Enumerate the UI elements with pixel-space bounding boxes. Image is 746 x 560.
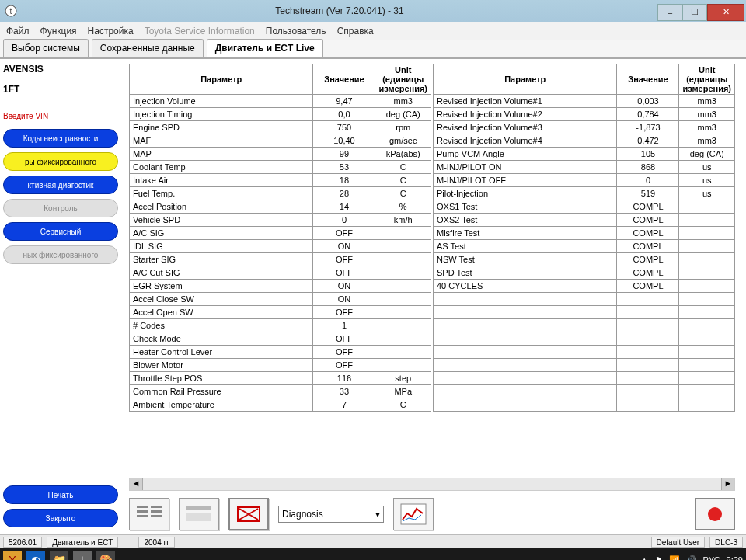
table-row[interactable]: Accel Position14% (130, 200, 431, 214)
table-row[interactable]: Starter SIGOFF (130, 253, 431, 266)
scroll-left-icon[interactable]: ◄ (130, 478, 143, 490)
menu-file[interactable]: Файл (6, 26, 30, 37)
table-row[interactable]: Revised Injection Volume#10,003mm3 (434, 95, 735, 108)
table-row[interactable]: MAP99kPa(abs) (130, 148, 431, 161)
scroll-right-icon[interactable]: ► (721, 478, 734, 490)
tab-engine-ect-live[interactable]: Двигатель и ECT Live (207, 39, 323, 57)
table-row[interactable]: Misfire TestCOMPL (434, 227, 735, 240)
col-unit[interactable]: Unit (единицы измерения) (375, 64, 431, 95)
tray-time[interactable]: 9:29 (727, 555, 743, 560)
tray-lang[interactable]: РУС (703, 555, 720, 560)
tray-up-icon[interactable]: ▲ (640, 555, 649, 560)
taskbar-app-2[interactable]: ◐ (26, 551, 45, 560)
table-row[interactable]: Ambient Temperature7C (130, 398, 431, 412)
cell-param: Misfire Test (434, 227, 617, 240)
table-row[interactable] (434, 293, 735, 306)
table-row[interactable]: A/C SIGOFF (130, 227, 431, 240)
tray-flag-icon[interactable]: ⚑ (655, 555, 663, 561)
table-row[interactable]: Pump VCM Angle105deg (CA) (434, 148, 735, 161)
table-row[interactable]: 40 CYCLESCOMPL (434, 280, 735, 293)
table-row[interactable]: MAF10,40gm/sec (130, 134, 431, 148)
cell-unit: MPa (375, 385, 431, 398)
table-row[interactable]: Injection Volume9,47mm3 (130, 95, 431, 108)
menu-tsi[interactable]: Toyota Service Information (145, 26, 255, 37)
mode-dropdown[interactable]: Diagnosis ▾ (278, 506, 384, 523)
col-param[interactable]: Параметр (434, 64, 617, 95)
tray-network-icon[interactable]: 📶 (669, 555, 680, 561)
table-row[interactable]: Coolant Temp53C (130, 161, 431, 174)
table-row[interactable] (434, 346, 735, 359)
service-button[interactable]: Сервисный (3, 222, 118, 241)
menu-settings[interactable]: Настройка (88, 26, 134, 37)
cell-param (434, 372, 617, 385)
table-row[interactable]: IDL SIGON (130, 240, 431, 253)
table-row[interactable] (434, 385, 735, 398)
view-graph-button[interactable] (393, 498, 434, 530)
table-row[interactable]: Throttle Step POS116step (130, 372, 431, 385)
taskbar-app-5[interactable]: 🎨 (96, 551, 115, 560)
table-row[interactable] (434, 359, 735, 372)
table-row[interactable]: Engine SPD750rpm (130, 121, 431, 134)
table-row[interactable]: Revised Injection Volume#3-1,873mm3 (434, 121, 735, 134)
menu-help[interactable]: Справка (337, 26, 374, 37)
maximize-button[interactable]: ☐ (682, 4, 707, 21)
table-row[interactable]: M-INJ/PILOT ON868us (434, 161, 735, 174)
table-row[interactable]: # Codes1 (130, 319, 431, 332)
table-row[interactable]: A/C Cut SIGOFF (130, 266, 431, 280)
minimize-button[interactable]: – (657, 4, 682, 21)
tab-system-select[interactable]: Выбор системы (3, 39, 89, 57)
table-row[interactable]: Pilot-Injection519us (434, 187, 735, 200)
view-gauge-button[interactable] (228, 498, 269, 530)
table-row[interactable]: Injection Timing0,0deg (CA) (130, 108, 431, 121)
menu-function[interactable]: Функция (40, 26, 77, 37)
table-row[interactable]: EGR SystemON (130, 280, 431, 293)
horizontal-scrollbar[interactable]: ◄ ► (129, 478, 735, 491)
table-row[interactable] (434, 332, 735, 346)
table-row[interactable]: OXS2 TestCOMPL (434, 214, 735, 227)
table-row[interactable] (434, 398, 735, 412)
cell-unit (375, 293, 431, 306)
table-row[interactable] (434, 372, 735, 385)
close-panel-button[interactable]: Закрыто (3, 509, 118, 527)
table-row[interactable]: SPD TestCOMPL (434, 266, 735, 280)
col-param[interactable]: Параметр (130, 64, 313, 95)
record-button[interactable] (695, 498, 735, 530)
table-row[interactable]: AS TestCOMPL (434, 240, 735, 253)
col-value[interactable]: Значение (617, 64, 679, 95)
cell-value: 0,003 (617, 95, 679, 108)
freeze-frame-button[interactable]: ры фиксированного (3, 152, 118, 171)
menu-user[interactable]: Пользователь (266, 26, 326, 37)
table-row[interactable]: Common Rail Pressure33MPa (130, 385, 431, 398)
print-button[interactable]: Печать (3, 485, 118, 504)
table-row[interactable] (434, 319, 735, 332)
table-row[interactable]: NSW TestCOMPL (434, 253, 735, 266)
vin-entry-link[interactable]: Введите VIN (3, 112, 120, 120)
active-diagnostic-button[interactable]: ктивная диагостик (3, 176, 118, 194)
taskbar-app-1[interactable]: Y (3, 551, 22, 560)
table-row[interactable]: Accel Open SWOFF (130, 306, 431, 319)
table-row[interactable]: Check ModeOFF (130, 332, 431, 346)
tray-volume-icon[interactable]: 🔊 (686, 555, 697, 561)
table-row[interactable]: Fuel Temp.28C (130, 187, 431, 200)
tab-saved-data[interactable]: Сохраненные данные (92, 39, 204, 57)
table-row[interactable] (434, 306, 735, 319)
cell-value: 18 (313, 174, 375, 187)
table-row[interactable]: OXS1 TestCOMPL (434, 200, 735, 214)
dtc-codes-button[interactable]: Коды неисправности (3, 129, 118, 148)
cell-value: 28 (313, 187, 375, 200)
table-row[interactable]: Revised Injection Volume#40,472mm3 (434, 134, 735, 148)
close-button[interactable]: ✕ (707, 4, 744, 21)
table-row[interactable]: Heater Control LeverOFF (130, 346, 431, 359)
view-list-button[interactable] (129, 498, 169, 530)
view-detail-button[interactable] (179, 498, 219, 530)
table-row[interactable]: M-INJ/PILOT OFF0us (434, 174, 735, 187)
col-unit[interactable]: Unit (единицы измерения) (679, 64, 735, 95)
table-row[interactable]: Intake Air18C (130, 174, 431, 187)
col-value[interactable]: Значение (313, 64, 375, 95)
table-row[interactable]: Revised Injection Volume#20,784mm3 (434, 108, 735, 121)
taskbar-app-3[interactable]: 📁 (50, 551, 68, 560)
table-row[interactable]: Vehicle SPD0km/h (130, 214, 431, 227)
table-row[interactable]: Blower MotorOFF (130, 359, 431, 372)
taskbar-techstream[interactable]: t (73, 551, 92, 560)
table-row[interactable]: Accel Close SWON (130, 293, 431, 306)
